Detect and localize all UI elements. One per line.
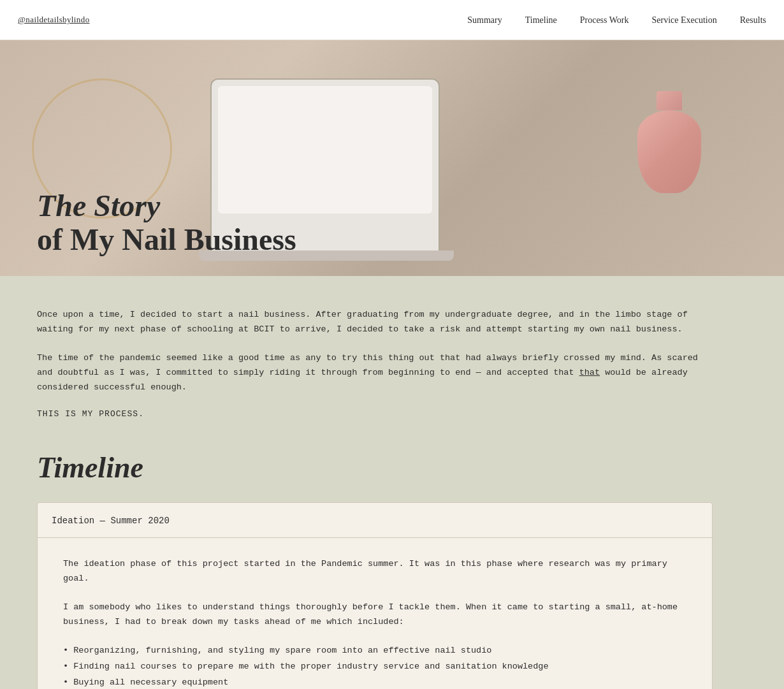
hero-title-italic: The Story	[37, 189, 296, 223]
timeline-card-header: Ideation — Summer 2020	[38, 503, 712, 538]
hero-vase-decoration	[631, 91, 708, 193]
hero-title-normal: of My Nail Business	[37, 223, 296, 257]
nav-link-timeline[interactable]: Timeline	[525, 15, 557, 25]
timeline-list: Reorganizing, furnishing, and styling my…	[63, 643, 686, 689]
nav-link-results[interactable]: Results	[740, 15, 766, 25]
timeline-heading: Timeline	[37, 451, 747, 484]
timeline-body-para1: The ideation phase of this project start…	[63, 557, 686, 586]
vase-body	[637, 110, 701, 193]
list-item: Finding nail courses to prepare me with …	[63, 659, 686, 675]
process-tagline: THIS IS MY PROCESS.	[37, 409, 747, 419]
timeline-body-para2: I am somebody who likes to understand th…	[63, 600, 686, 630]
list-item: Buying all necessary equipment	[63, 675, 686, 689]
timeline-section: Timeline Ideation — Summer 2020 The idea…	[37, 451, 747, 689]
main-content: Once upon a time, I decided to start a n…	[0, 276, 784, 689]
hero-section: The Story of My Nail Business	[0, 40, 784, 276]
hero-title: The Story of My Nail Business	[37, 189, 296, 257]
timeline-card-header-text: Ideation — Summer 2020	[52, 516, 170, 526]
nav-logo[interactable]: @naildetailsbylindo	[18, 15, 90, 25]
intro-paragraph-2: The time of the pandemic seemed like a g…	[37, 351, 713, 395]
vase-neck	[657, 91, 682, 110]
nav-link-service-execution[interactable]: Service Execution	[652, 15, 717, 25]
nav-link-summary[interactable]: Summary	[467, 15, 502, 25]
intro-paragraph-1: Once upon a time, I decided to start a n…	[37, 308, 713, 337]
timeline-card: Ideation — Summer 2020 The ideation phas…	[37, 502, 713, 689]
timeline-card-body: The ideation phase of this project start…	[38, 538, 712, 689]
nav-link-process-work[interactable]: Process Work	[580, 15, 629, 25]
nav-links: Summary Timeline Process Work Service Ex…	[467, 14, 766, 25]
list-item: Reorganizing, furnishing, and styling my…	[63, 643, 686, 659]
navigation: @naildetailsbylindo Summary Timeline Pro…	[0, 0, 784, 40]
intro-para2-link[interactable]: that	[579, 368, 600, 377]
